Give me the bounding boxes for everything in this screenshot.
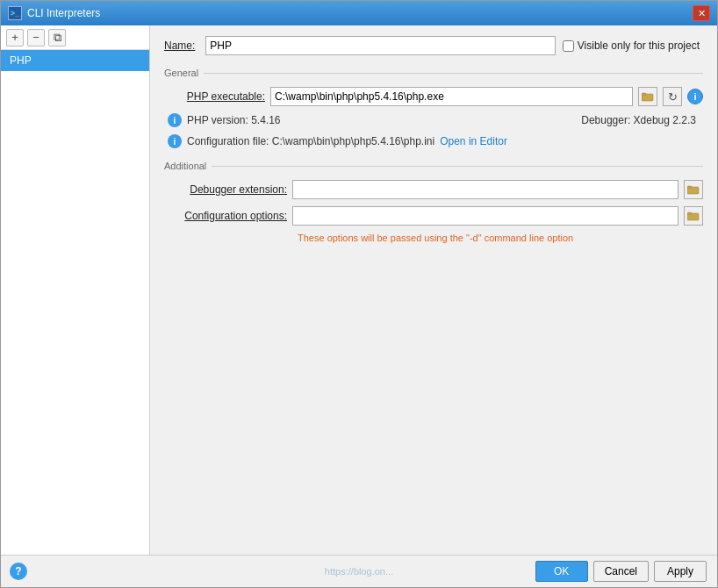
dialog-footer: ? https://blog.on... OK Cancel Apply — [1, 555, 717, 587]
visible-only-checkbox[interactable] — [563, 40, 574, 52]
title-bar: >_ CLI Interpreters ✕ — [1, 1, 717, 25]
svg-rect-1 — [642, 93, 646, 95]
left-panel: + − ⧉ PHP — [1, 25, 150, 555]
interpreter-toolbar: + − ⧉ — [1, 25, 149, 50]
folder-icon-3 — [687, 211, 700, 221]
visible-only-label: Visible only for this project — [578, 39, 700, 52]
remove-interpreter-button[interactable]: − — [27, 29, 45, 47]
php-exec-folder-button[interactable] — [638, 87, 657, 106]
svg-rect-5 — [687, 212, 692, 214]
folder-icon — [642, 91, 654, 102]
additional-section-header: Additional — [164, 161, 703, 171]
debugger-ext-folder-button[interactable] — [684, 180, 703, 199]
php-executable-row: PHP executable: ↻ i — [164, 87, 703, 106]
dialog-title: CLI Interpreters — [27, 7, 100, 19]
config-file-row: i Configuration file: C:\wamp\bin\php\ph… — [164, 134, 703, 148]
watermark: https://blog.on... — [325, 566, 393, 577]
debugger-extension-label: Debugger extension: — [164, 183, 287, 196]
debugger-text: Debugger: Xdebug 2.2.3 — [581, 114, 696, 126]
right-panel: Name: Visible only for this project Gene… — [150, 25, 717, 555]
add-interpreter-button[interactable]: + — [6, 29, 24, 47]
copy-interpreter-button[interactable]: ⧉ — [48, 29, 66, 47]
general-section-header: General — [164, 68, 703, 78]
additional-divider — [212, 166, 703, 167]
additional-section-label: Additional — [164, 161, 206, 171]
name-label: Name: — [164, 39, 195, 52]
config-file-text: Configuration file: C:\wamp\bin\php\php5… — [187, 135, 434, 147]
help-button[interactable]: ? — [10, 563, 27, 580]
close-button[interactable]: ✕ — [693, 5, 710, 21]
title-bar-left: >_ CLI Interpreters — [8, 6, 100, 20]
general-section-label: General — [164, 68, 198, 78]
folder-icon-2 — [687, 184, 700, 195]
ok-button[interactable]: OK — [535, 561, 588, 582]
interpreter-list: PHP — [1, 50, 149, 555]
cli-interpreters-dialog: >_ CLI Interpreters ✕ + − ⧉ PHP Name: — [0, 0, 718, 588]
additional-section: Additional Debugger extension: — [164, 161, 703, 243]
config-options-label: Configuration options: — [164, 210, 287, 222]
name-row: Name: Visible only for this project — [164, 36, 703, 55]
app-icon: >_ — [8, 6, 22, 20]
php-exec-input[interactable] — [270, 87, 633, 106]
config-options-input[interactable] — [292, 206, 679, 226]
debugger-extension-input[interactable] — [292, 180, 679, 199]
hint-text: These options will be passed using the "… — [164, 233, 703, 243]
php-exec-label: PHP executable: — [164, 90, 265, 103]
config-options-row: Configuration options: — [164, 206, 703, 226]
name-input[interactable] — [205, 36, 555, 55]
debugger-extension-row: Debugger extension: — [164, 180, 703, 199]
php-exec-refresh-button[interactable]: ↻ — [663, 87, 682, 106]
php-version-text: PHP version: 5.4.16 — [187, 114, 281, 126]
config-options-folder-button[interactable] — [684, 206, 703, 226]
cancel-button[interactable]: Cancel — [593, 561, 649, 582]
general-divider — [204, 73, 703, 74]
dialog-body: + − ⧉ PHP Name: Visible only for this pr… — [1, 25, 717, 555]
visible-checkbox-row: Visible only for this project — [563, 39, 703, 52]
php-version-row: i PHP version: 5.4.16 Debugger: Xdebug 2… — [164, 113, 703, 127]
config-info-icon: i — [168, 134, 182, 148]
svg-rect-3 — [687, 186, 692, 188]
interpreter-item-php[interactable]: PHP — [1, 50, 149, 71]
apply-button[interactable]: Apply — [654, 561, 707, 582]
open-in-editor-link[interactable]: Open in Editor — [440, 135, 507, 147]
version-info-icon: i — [168, 113, 182, 127]
php-exec-info-button[interactable]: i — [687, 89, 703, 104]
